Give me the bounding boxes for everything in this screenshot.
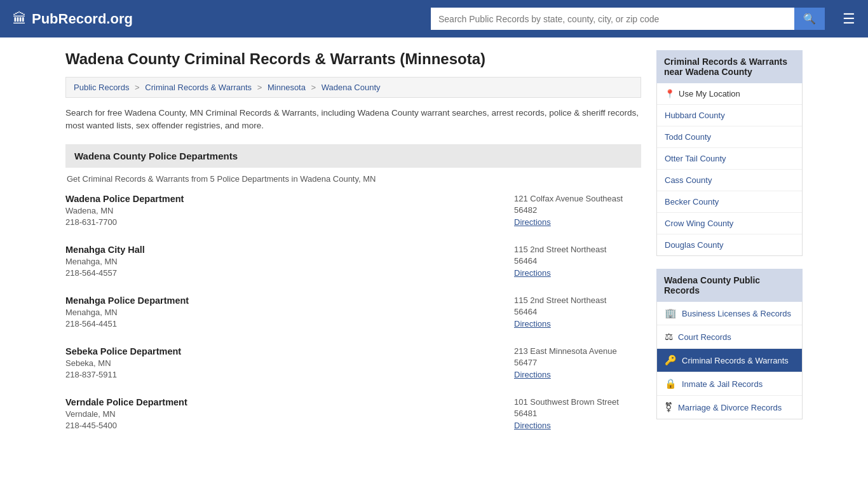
search-bar: 🔍	[431, 8, 825, 30]
dept-directions-2[interactable]: Directions	[514, 318, 641, 329]
location-icon: 📍	[665, 89, 675, 98]
dept-zip-3: 56477	[514, 358, 641, 367]
dept-address-2: 115 2nd Street Northeast	[514, 295, 641, 305]
header: 🏛 PubRecord.org 🔍 ☰	[0, 0, 868, 37]
logo-icon: 🏛	[13, 11, 27, 27]
dept-city-0: Wadena, MN	[65, 206, 184, 215]
menu-button[interactable]: ☰	[843, 11, 855, 27]
dept-right-0: 121 Colfax Avenue Southeast 56482 Direct…	[514, 194, 641, 227]
sidebar-item-douglas[interactable]: Douglas County	[657, 234, 802, 255]
dept-city-3: Sebeka, MN	[65, 358, 181, 368]
dept-city-1: Menahga, MN	[65, 257, 145, 266]
use-location-label: Use My Location	[679, 89, 740, 98]
crow-wing-link[interactable]: Crow Wing County	[665, 219, 733, 228]
sidebar-item-hubbard[interactable]: Hubbard County	[657, 105, 802, 126]
dept-address-1: 115 2nd Street Northeast	[514, 245, 641, 254]
nearby-counties-list: 📍 Use My Location Hubbard County Todd Co…	[656, 83, 803, 256]
dept-city-2: Menahga, MN	[65, 308, 189, 317]
douglas-link[interactable]: Douglas County	[665, 240, 724, 250]
criminal-records-link[interactable]: Criminal Records & Warrants	[682, 356, 789, 365]
dept-entry-0: Wadena Police Department Wadena, MN 218-…	[65, 194, 641, 229]
section-header: Wadena County Police Departments	[65, 144, 641, 168]
dept-phone-3: 218-837-5911	[65, 370, 181, 379]
public-records-section: Wadena County Public Records 🏢 Business …	[656, 269, 803, 419]
sidebar-item-criminal-records[interactable]: 🔑 Criminal Records & Warrants	[657, 349, 802, 372]
breadcrumb-wadena-county[interactable]: Wadena County	[322, 83, 381, 92]
breadcrumb-criminal-records[interactable]: Criminal Records & Warrants	[145, 83, 252, 92]
inmate-records-link[interactable]: Inmate & Jail Records	[682, 379, 763, 389]
dept-name-1: Menahga City Hall	[65, 245, 145, 255]
directions-link-3[interactable]: Directions	[514, 370, 551, 379]
marriage-records-link[interactable]: Marriage & Divorce Records	[678, 403, 782, 412]
dept-left-0: Wadena Police Department Wadena, MN 218-…	[65, 194, 184, 227]
sidebar: Criminal Records & Warrants near Wadena …	[656, 50, 803, 448]
sidebar-item-otter-tail[interactable]: Otter Tail County	[657, 148, 802, 170]
search-input[interactable]	[431, 8, 794, 30]
breadcrumb-public-records[interactable]: Public Records	[74, 83, 129, 92]
dept-directions-0[interactable]: Directions	[514, 217, 641, 227]
directions-link-2[interactable]: Directions	[514, 319, 551, 329]
dept-entry-1: Menahga City Hall Menahga, MN 218-564-45…	[65, 245, 641, 280]
nearby-section: Criminal Records & Warrants near Wadena …	[656, 50, 803, 256]
search-button[interactable]: 🔍	[794, 8, 825, 30]
dept-right-3: 213 East Minnesota Avenue 56477 Directio…	[514, 346, 641, 379]
dept-entry-2: Menahga Police Department Menahga, MN 21…	[65, 295, 641, 331]
sidebar-item-crow-wing[interactable]: Crow Wing County	[657, 213, 802, 234]
becker-link[interactable]: Becker County	[665, 197, 719, 207]
dept-zip-0: 56482	[514, 205, 641, 215]
dept-phone-2: 218-564-4451	[65, 319, 189, 329]
dept-left-3: Sebeka Police Department Sebeka, MN 218-…	[65, 346, 181, 379]
logo[interactable]: 🏛 PubRecord.org	[13, 11, 133, 27]
dept-zip-2: 56464	[514, 307, 641, 316]
business-licenses-link[interactable]: Business Licenses & Records	[682, 309, 791, 318]
dept-entry-4: Verndale Police Department Verndale, MN …	[65, 397, 641, 433]
sidebar-item-todd[interactable]: Todd County	[657, 126, 802, 148]
sidebar-item-inmate-records[interactable]: 🔒 Inmate & Jail Records	[657, 372, 802, 396]
nearby-section-header: Criminal Records & Warrants near Wadena …	[656, 50, 803, 83]
dept-right-2: 115 2nd Street Northeast 56464 Direction…	[514, 295, 641, 329]
dept-directions-1[interactable]: Directions	[514, 268, 641, 278]
dept-phone-1: 218-564-4557	[65, 268, 145, 278]
use-my-location[interactable]: 📍 Use My Location	[657, 83, 802, 105]
sidebar-item-court-records[interactable]: ⚖ Court Records	[657, 325, 802, 349]
content-area: Wadena County Criminal Records & Warrant…	[65, 50, 641, 448]
main-container: Wadena County Criminal Records & Warrant…	[53, 37, 815, 461]
breadcrumb-minnesota[interactable]: Minnesota	[268, 83, 306, 92]
directions-link-0[interactable]: Directions	[514, 217, 551, 227]
todd-link[interactable]: Todd County	[665, 132, 711, 142]
sidebar-item-business-licenses[interactable]: 🏢 Business Licenses & Records	[657, 302, 802, 325]
dept-phone-0: 218-631-7700	[65, 217, 184, 227]
page-description: Search for free Wadena County, MN Crimin…	[65, 107, 641, 133]
page-title: Wadena County Criminal Records & Warrant…	[65, 50, 641, 68]
business-icon: 🏢	[665, 308, 677, 319]
breadcrumb-sep-3: >	[311, 83, 316, 92]
sidebar-item-cass[interactable]: Cass County	[657, 170, 802, 191]
otter-tail-link[interactable]: Otter Tail County	[665, 154, 726, 163]
dept-left-2: Menahga Police Department Menahga, MN 21…	[65, 295, 189, 329]
search-icon: 🔍	[803, 13, 816, 24]
dept-directions-4[interactable]: Directions	[514, 420, 641, 430]
dept-zip-4: 56481	[514, 409, 641, 418]
sidebar-item-marriage-records[interactable]: ⚧ Marriage & Divorce Records	[657, 396, 802, 419]
public-records-header: Wadena County Public Records	[656, 269, 803, 302]
departments-list: Wadena Police Department Wadena, MN 218-…	[65, 194, 641, 433]
marriage-icon: ⚧	[665, 402, 673, 413]
dept-directions-3[interactable]: Directions	[514, 369, 641, 379]
dept-right-4: 101 Southwest Brown Street 56481 Directi…	[514, 397, 641, 430]
dept-name-4: Verndale Police Department	[65, 397, 187, 407]
dept-city-4: Verndale, MN	[65, 409, 187, 419]
cass-link[interactable]: Cass County	[665, 175, 712, 185]
dept-name-2: Menahga Police Department	[65, 295, 189, 306]
dept-entry-3: Sebeka Police Department Sebeka, MN 218-…	[65, 346, 641, 382]
public-records-list: 🏢 Business Licenses & Records ⚖ Court Re…	[656, 302, 803, 419]
dept-left-1: Menahga City Hall Menahga, MN 218-564-45…	[65, 245, 145, 278]
dept-address-3: 213 East Minnesota Avenue	[514, 346, 641, 356]
dept-left-4: Verndale Police Department Verndale, MN …	[65, 397, 187, 430]
sidebar-item-becker[interactable]: Becker County	[657, 191, 802, 213]
directions-link-4[interactable]: Directions	[514, 421, 551, 430]
dept-name-3: Sebeka Police Department	[65, 346, 181, 356]
hubbard-link[interactable]: Hubbard County	[665, 111, 725, 120]
directions-link-1[interactable]: Directions	[514, 268, 551, 278]
dept-right-1: 115 2nd Street Northeast 56464 Direction…	[514, 245, 641, 278]
court-records-link[interactable]: Court Records	[678, 332, 731, 342]
